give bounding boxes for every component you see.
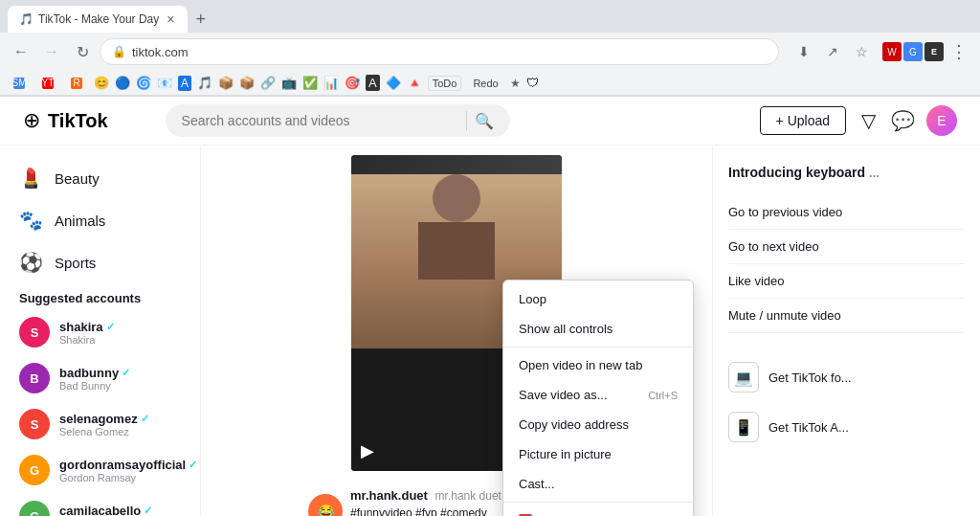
sidebar-item-beauty[interactable]: 💄 Beauty [0, 157, 200, 199]
profile-avatar[interactable]: E [926, 105, 957, 136]
verified-shakira: ✓ [106, 321, 115, 333]
tiktok-search-bar[interactable]: 🔍 [166, 104, 510, 137]
header-actions: ▽ 💬 E [858, 105, 957, 136]
play-button[interactable]: ▶ [361, 440, 374, 461]
share-button[interactable]: ↗ [819, 38, 846, 65]
shortcut-mute-video[interactable]: Mute / unmute video [728, 299, 965, 333]
account-selenagomez[interactable]: S selenagomez ✓ Selena Gomez [0, 401, 200, 447]
messages-button[interactable]: 💬 [887, 105, 919, 136]
sidebar-item-animals[interactable]: 🐾 Animals [0, 199, 200, 241]
right-panel: Introducing keyboard ... Go to previous … [712, 146, 980, 516]
active-tab[interactable]: 🎵 TikTok - Make Your Day × [8, 6, 188, 33]
account-gordonramsay[interactable]: G gordonramsayofficial ✓ Gordon Ramsay [0, 447, 200, 493]
tab-close-button[interactable]: × [165, 10, 176, 29]
tab-title: TikTok - Make Your Day [38, 12, 159, 26]
upload-button[interactable]: + Upload [760, 106, 846, 135]
context-menu-copy-address[interactable]: Copy video address [503, 410, 693, 439]
context-menu-show-controls[interactable]: Show all controls [503, 314, 693, 344]
bookmark-emoji-8[interactable]: 🔗 [260, 76, 276, 90]
account-name-gordonramsay: gordonramsayofficial ✓ [59, 458, 197, 472]
ext-icon-2[interactable]: G [903, 42, 923, 61]
bookmark-emoji-12[interactable]: 🎯 [345, 76, 360, 90]
shortcut-like-video[interactable]: Like video [728, 264, 965, 299]
animals-label: Animals [55, 213, 105, 229]
avatar-shakira: S [19, 317, 50, 348]
account-camilacabello[interactable]: C camilacabello ✓ Camila Cabello [0, 493, 200, 516]
keyboard-intro-suffix: ... [869, 166, 880, 180]
ext-icon-1[interactable]: W [882, 42, 902, 61]
account-info-camilacabello: camilacabello ✓ Camila Cabello [59, 504, 181, 517]
bookmark-a[interactable]: A [178, 76, 191, 91]
account-badbunny[interactable]: B badbunny ✓ Bad Bunny [0, 355, 200, 401]
search-input[interactable] [182, 113, 458, 128]
sidebar: 💄 Beauty 🐾 Animals ⚽ Sports Suggested ac… [0, 146, 201, 516]
bookmark-star[interactable]: ★ [510, 77, 521, 90]
context-menu-cast[interactable]: Cast... [503, 469, 693, 499]
bookmark-emoji-10[interactable]: ✅ [302, 76, 318, 90]
bookmark-emoji-5[interactable]: 🎵 [197, 76, 212, 90]
browser-menu-button[interactable]: ⋮ [946, 38, 972, 65]
extensions-button[interactable]: ⬇ [791, 38, 817, 65]
filter-button[interactable]: ▽ [858, 105, 880, 136]
back-button[interactable]: ← [8, 38, 34, 65]
tiktok-logo: ⊕ TikTok [23, 108, 108, 133]
shortcut-prev-video[interactable]: Go to previous video [728, 195, 965, 230]
display-selenagomez: Selena Gomez [59, 426, 181, 437]
browser-chrome: 🎵 TikTok - Make Your Day × + ← → ↻ 🔒 tik… [0, 0, 980, 97]
display-badbunny: Bad Bunny [59, 380, 181, 392]
bookmark-emoji-3[interactable]: 🌀 [136, 76, 151, 90]
bookmark-yt[interactable]: YT [36, 76, 59, 91]
context-menu-save-video[interactable]: Save video as... Ctrl+S [503, 380, 693, 410]
reload-button[interactable]: ↻ [69, 38, 96, 65]
account-shakira[interactable]: S shakira ✓ Shakira [0, 309, 200, 355]
bookmark-emoji-1[interactable]: 😊 [94, 76, 109, 90]
tiktok-header: ⊕ TikTok 🔍 + Upload ▽ 💬 E [0, 97, 980, 146]
shortcut-next-video[interactable]: Go to next video [728, 230, 965, 264]
account-name-camilacabello: camilacabello ✓ [59, 504, 181, 517]
bookmark-todo[interactable]: ToDo [428, 76, 462, 91]
get-tiktok-mobile[interactable]: 📱 Get TikTok A... [728, 402, 965, 452]
search-button[interactable]: 🔍 [475, 112, 494, 130]
address-bar[interactable]: 🔒 tiktok.com [100, 38, 779, 65]
bookmark-emoji-15[interactable]: 🛡 [526, 76, 539, 90]
url-text: tiktok.com [132, 45, 767, 59]
bookmark-emoji-2[interactable]: 🔵 [115, 76, 130, 90]
animals-icon: 🐾 [19, 209, 43, 232]
bookmark-r[interactable]: R [65, 76, 88, 91]
browser-actions: ⬇ ↗ ☆ [791, 38, 875, 65]
bookmark-sm[interactable]: SM [8, 76, 31, 91]
bookmark-redo[interactable]: Redo [467, 76, 503, 91]
get-tiktok-desktop[interactable]: 💻 Get TikTok fo... [728, 352, 965, 402]
keyboard-intro-title: Introducing keyboard ... [728, 165, 965, 180]
avatar-selenagomez: S [19, 409, 50, 439]
star-button[interactable]: ☆ [848, 38, 875, 65]
bookmark-emoji-4[interactable]: 📧 [157, 76, 172, 90]
sidebar-item-sports[interactable]: ⚽ Sports [0, 241, 200, 283]
tab-bar: 🎵 TikTok - Make Your Day × + [0, 0, 980, 33]
ext-icon-3[interactable]: E [924, 42, 944, 61]
new-tab-button[interactable]: + [188, 6, 213, 34]
bookmark-emoji-11[interactable]: 📊 [323, 76, 339, 90]
bookmark-a2[interactable]: A [366, 75, 380, 91]
video-area: How I dry my hands ▶ 😂 mr.hank.duet mr.h… [201, 146, 712, 516]
desktop-app-icon: 💻 [728, 362, 759, 393]
bookmark-emoji-13[interactable]: 🔷 [386, 76, 401, 90]
bookmark-emoji-9[interactable]: 📺 [281, 76, 297, 90]
video-handle: mr.hank duet [435, 489, 501, 503]
account-info-gordonramsay: gordonramsayofficial ✓ Gordon Ramsay [59, 458, 197, 483]
beauty-label: Beauty [55, 170, 100, 187]
bookmark-emoji-7[interactable]: 📦 [239, 76, 255, 90]
context-menu-pip[interactable]: Picture in picture [503, 439, 693, 469]
bookmark-emoji-14[interactable]: 🔺 [407, 76, 422, 90]
account-info-selenagomez: selenagomez ✓ Selena Gomez [59, 412, 181, 437]
bookmark-emoji-6[interactable]: 📦 [218, 76, 234, 90]
save-video-shortcut: Ctrl+S [648, 390, 678, 401]
context-menu-block-element[interactable]: ✕ Block element... [503, 505, 693, 516]
forward-button[interactable]: → [38, 38, 65, 65]
context-menu-loop[interactable]: Loop [503, 284, 693, 314]
sports-label: Sports [55, 255, 96, 271]
mobile-app-icon: 📱 [728, 412, 759, 442]
context-menu-open-new-tab[interactable]: Open video in new tab [503, 350, 693, 380]
nav-bar: ← → ↻ 🔒 tiktok.com ⬇ ↗ ☆ W G E ⋮ [0, 33, 980, 71]
verified-selenagomez: ✓ [141, 413, 149, 425]
